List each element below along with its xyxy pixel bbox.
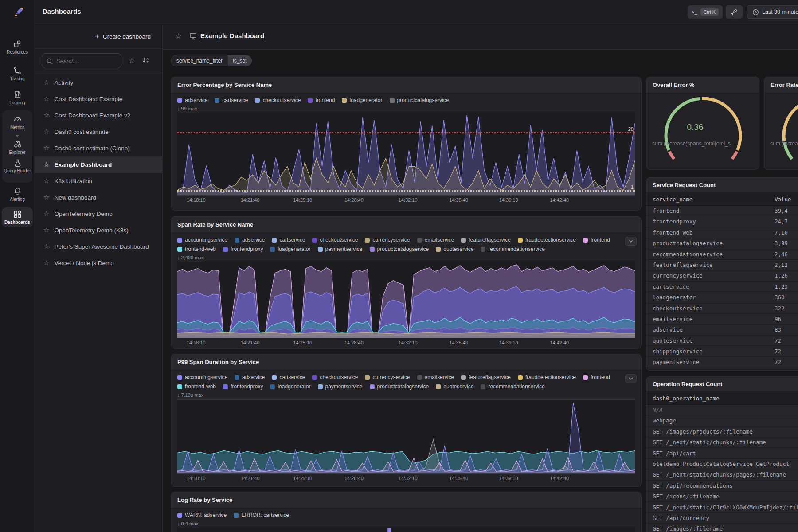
star-icon[interactable]: ☆ (43, 210, 49, 218)
legend-item-recommendationservice[interactable]: recommendationservice (481, 246, 544, 252)
star-icon[interactable]: ☆ (43, 128, 49, 136)
filter-chip[interactable]: service_name_filter is_set (171, 55, 252, 66)
sort-icon[interactable]: A Z (142, 56, 150, 65)
table-row[interactable]: GET /icons/:filename (646, 491, 798, 502)
legend-item-adservice[interactable]: adservice (235, 237, 265, 243)
legend-item-checkoutservice[interactable]: checkoutservice (312, 237, 358, 243)
sidebar-item-peter-s-super-awesome-dashboard[interactable]: ☆Peter's Super Awesome Dashboard (35, 239, 162, 255)
legend-item-frontendproxy[interactable]: frontendproxy (223, 246, 263, 252)
legend-item-featureflagservice[interactable]: featureflagservice (461, 374, 511, 380)
legend-item-checkoutservice[interactable]: checkoutservice (312, 374, 358, 380)
star-icon[interactable]: ☆ (43, 259, 49, 267)
legend-item-checkoutservice[interactable]: checkoutservice (255, 97, 301, 103)
legend-item-emailservice[interactable]: emailservice (417, 237, 454, 243)
sidebar-item-cost-dashboard-example[interactable]: ☆Cost Dashboard Example (35, 91, 162, 107)
star-icon[interactable]: ☆ (43, 177, 49, 185)
legend-item-frontendproxy[interactable]: frontendproxy (223, 383, 263, 390)
legend-item-currencyservice[interactable]: currencyservice (365, 237, 410, 243)
legend-item-frontend[interactable]: frontend (583, 237, 610, 243)
sidebar-item-cost-dashboard-example-v2[interactable]: ☆Cost Dashboard Example v2 (35, 107, 162, 124)
table-row[interactable]: emailservice96 (646, 314, 798, 325)
table-row[interactable]: GET /_next/static/chunks/:filename (646, 437, 798, 448)
legend-item-paymentservice[interactable]: paymentservice (318, 246, 363, 252)
table-row[interactable]: featureflagservice2,12 (646, 260, 798, 270)
table-row[interactable]: checkoutservice322 (646, 303, 798, 314)
legend-item-loadgenerator[interactable]: loadgenerator (342, 97, 382, 103)
table-row[interactable]: frontendproxy24,7 (646, 216, 798, 227)
legend-item-cartservice[interactable]: cartservice (215, 97, 248, 103)
rail-item-dashboards[interactable]: Dashboards (2, 207, 33, 227)
chart-plot-area[interactable] (177, 262, 635, 338)
sidebar-item-opentelemetry-demo-k8s[interactable]: ☆OpenTelemetry Demo (K8s) (35, 222, 162, 239)
table-row[interactable]: cartservice1,23 (646, 282, 798, 292)
table-row[interactable]: frontend-web7,10 (646, 227, 798, 238)
star-icon[interactable]: ☆ (43, 95, 49, 103)
table-row[interactable]: recommendationservice2,46 (646, 249, 798, 260)
table-row[interactable]: GET /api/recommendations (646, 481, 798, 491)
star-icon[interactable]: ☆ (43, 111, 49, 119)
legend-item-warn-adservice[interactable]: WARN: adservice (177, 512, 227, 518)
star-icon[interactable]: ☆ (43, 243, 49, 250)
rail-item-explorer[interactable]: Explorer (2, 137, 33, 157)
legend-item-frontend-web[interactable]: frontend-web (177, 383, 216, 390)
table-row[interactable]: loadgenerator360 (646, 292, 798, 303)
legend-item-error-cartservice[interactable]: ERROR: cartservice (234, 512, 289, 518)
legend-item-loadgenerator[interactable]: loadgenerator (270, 246, 310, 252)
table-row[interactable]: frontend39,4 (646, 206, 798, 216)
table-row[interactable]: shippingservice72 (646, 346, 798, 357)
legend-item-adservice[interactable]: adservice (235, 374, 265, 380)
rail-item-resources[interactable]: Resources (2, 37, 33, 57)
legend-item-quoteservice[interactable]: quoteservice (436, 246, 473, 252)
chart-plot-area[interactable]: 201 (177, 113, 635, 196)
legend-item-paymentservice[interactable]: paymentservice (318, 383, 363, 390)
legend-item-accountingservice[interactable]: accountingservice (177, 374, 227, 380)
legend-item-adservice[interactable]: adservice (177, 97, 207, 103)
legend-expand-button[interactable] (625, 374, 637, 383)
create-dashboard-button[interactable]: + Create dashboard (35, 24, 162, 49)
table-row[interactable]: currencyservice1,26 (646, 270, 798, 281)
rail-item-alerting[interactable]: Alerting (2, 184, 33, 204)
table-row[interactable]: adservice83 (646, 325, 798, 335)
rail-item-logging[interactable]: Logging (2, 88, 33, 107)
table-row[interactable]: GET /_next/static/chunks/pages/:filename (646, 469, 798, 480)
legend-item-productcatalogservice[interactable]: productcatalogservice (370, 383, 429, 390)
legend-item-accountingservice[interactable]: accountingservice (177, 237, 227, 243)
command-palette-button[interactable]: >_ Ctrl K (688, 5, 723, 19)
legend-item-frontend-web[interactable]: frontend-web (177, 246, 216, 252)
table-row[interactable]: GET /api/cart (646, 448, 798, 459)
legend-item-quoteservice[interactable]: quoteservice (436, 383, 473, 390)
legend-item-frontend[interactable]: frontend (308, 97, 335, 103)
sidebar-item-example-dashboard[interactable]: ☆Example Dashboard (35, 156, 162, 173)
sidebar-item-activity[interactable]: ☆Activity (35, 74, 162, 91)
legend-item-recommendationservice[interactable]: recommendationservice (481, 383, 544, 390)
sidebar-item-vercel-node-js-demo[interactable]: ☆Vercel / Node.js Demo (35, 255, 162, 271)
table-row[interactable]: GET /images/:filename (646, 524, 798, 532)
rail-item-metrics[interactable]: Metrics (2, 113, 33, 141)
sidebar-item-new-dashboard[interactable]: ☆New dashboard (35, 189, 162, 206)
sidebar-item-opentelemetry-demo[interactable]: ☆OpenTelemetry Demo (35, 206, 162, 222)
table-row[interactable]: GET /images/products/:filename (646, 426, 798, 437)
table-row[interactable]: webpage (646, 415, 798, 426)
legend-item-frauddetectionservice[interactable]: frauddetectionservice (518, 374, 576, 380)
legend-item-currencyservice[interactable]: currencyservice (365, 374, 410, 380)
legend-item-emailservice[interactable]: emailservice (417, 374, 454, 380)
table-row[interactable]: oteldemo.ProductCatalogService GetProduc… (646, 459, 798, 469)
legend-item-loadgenerator[interactable]: loadgenerator (270, 383, 310, 390)
star-icon[interactable]: ☆ (43, 226, 49, 234)
table-row[interactable]: GET /api/currency (646, 513, 798, 524)
star-icon[interactable]: ☆ (43, 78, 49, 86)
table-row[interactable]: paymentservice72 (646, 357, 798, 368)
legend-item-productcatalogservice[interactable]: productcatalogservice (370, 246, 429, 252)
sidebar-item-k8s-utilization[interactable]: ☆K8s Utilization (35, 173, 162, 189)
rail-item-query-builder[interactable]: Query Builder (2, 156, 33, 176)
search-input[interactable] (42, 54, 121, 68)
dash0-logo-icon[interactable] (9, 5, 25, 23)
legend-item-cartservice[interactable]: cartservice (272, 237, 305, 243)
star-icon[interactable]: ☆ (43, 193, 49, 201)
time-range-button[interactable]: Last 30 minutes (747, 5, 798, 19)
legend-item-featureflagservice[interactable]: featureflagservice (461, 237, 511, 243)
sidebar-item-dash0-cost-estimate-clone[interactable]: ☆Dash0 cost estimate (Clone) (35, 140, 162, 156)
table-row[interactable]: productcatalogservice3,99 (646, 238, 798, 249)
legend-item-productcatalogservice[interactable]: productcatalogservice (390, 97, 449, 103)
chart-plot-area[interactable] (177, 399, 635, 474)
